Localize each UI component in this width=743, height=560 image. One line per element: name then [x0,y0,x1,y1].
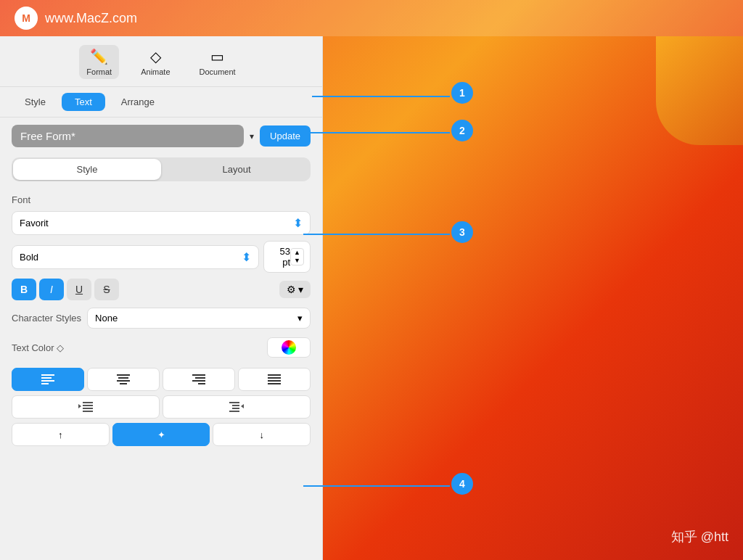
text-color-swatch[interactable] [267,337,311,358]
char-styles-chevron: ▾ [297,313,303,324]
annotation-line-3 [303,231,457,238]
animate-icon: ◇ [150,48,161,65]
align-left-icon [41,374,54,384]
valign-top-icon: ↑ [58,429,63,440]
svg-rect-14 [268,380,281,382]
alignment-row [12,368,311,391]
font-weight-select[interactable]: Bold ⬍ [12,245,259,269]
svg-rect-11 [198,383,205,384]
format-label: Format [86,67,112,76]
svg-rect-10 [192,380,205,382]
align-right-button[interactable] [163,368,235,391]
font-size-down[interactable]: ▼ [291,257,303,265]
svg-rect-22 [232,405,239,406]
align-center-button[interactable] [87,368,160,391]
svg-rect-19 [83,411,93,412]
svg-rect-15 [268,383,281,384]
deco-shape [656,36,743,145]
format-buttons: B I U S ⚙ ▾ [12,279,311,300]
watermark-bar: M www.MacZ.com [0,0,743,36]
indent-increase-icon [229,402,244,412]
toolbar: ✏️ Format ◇ Animate ▭ Document [0,36,322,87]
font-style-row: Bold ⬍ 53 pt ▲ ▼ [12,241,311,273]
font-size-stepper[interactable]: ▲ ▼ [290,248,304,265]
gear-chevron: ▾ [298,284,303,295]
align-left-button[interactable] [12,368,84,391]
char-style-row: Character Styles None ▾ [12,308,311,329]
valign-top-button[interactable]: ↑ [12,423,110,446]
svg-rect-6 [117,380,130,382]
toolbar-animate[interactable]: ◇ Animate [134,45,177,79]
tab-text[interactable]: Text [62,93,105,111]
align-right-icon [192,374,205,384]
font-family-select[interactable]: Favorit ⬍ [12,211,311,235]
svg-rect-5 [118,377,128,379]
svg-rect-23 [232,408,239,409]
annotation-line-4 [303,482,457,490]
panel: ✏️ Format ◇ Animate ▭ Document Style Tex… [0,36,323,560]
sub-tab-layout[interactable]: Layout [163,157,311,181]
style-name-row: Free Form* ▾ Update [0,118,322,155]
char-styles-label: Character Styles [12,313,81,324]
align-justify-icon [268,374,281,384]
style-name-text: Free Form* [20,130,75,142]
valign-middle-button[interactable]: ✦ [112,423,210,446]
text-color-row: Text Color ◇ [12,337,311,358]
svg-rect-2 [41,380,54,382]
valign-bottom-icon: ↓ [259,429,264,440]
svg-rect-7 [120,383,127,384]
toolbar-format[interactable]: ✏️ Format [79,45,119,79]
font-family-row: Favorit ⬍ [12,211,311,235]
align-justify-button[interactable] [238,368,311,391]
font-weight-value: Bold [20,252,38,263]
watermark-text: www.MacZ.com [45,11,137,26]
font-weight-spinner[interactable]: ⬍ [242,250,251,264]
format-icon: ✏️ [90,48,108,65]
char-styles-select[interactable]: None ▾ [87,308,311,329]
font-size-value: 53 pt [270,246,290,268]
svg-rect-12 [268,374,281,376]
bold-button[interactable]: B [12,279,36,300]
animate-label: Animate [141,67,170,76]
bottom-watermark: 知乎 @htt [671,528,728,545]
svg-rect-8 [192,374,205,376]
chevron-down-icon[interactable]: ▾ [250,131,254,141]
style-name-box[interactable]: Free Form* [12,125,244,147]
font-size-input[interactable]: 53 pt ▲ ▼ [263,241,311,273]
svg-rect-13 [268,377,281,379]
indent-increase-button[interactable] [163,395,311,419]
svg-rect-0 [41,374,54,376]
annotation-line-2 [303,129,457,136]
indent-row [12,395,311,419]
svg-rect-18 [83,408,93,409]
panel-content: Font Favorit ⬍ Bold ⬍ 53 pt ▲ ▼ [0,187,322,560]
toolbar-document[interactable]: ▭ Document [192,45,243,79]
font-section-label: Font [12,194,311,205]
annotation-line-1 [312,93,457,100]
svg-rect-1 [41,377,52,379]
indent-decrease-icon [78,402,93,412]
tab-arrange[interactable]: Arrange [108,93,168,111]
valign-bottom-button[interactable]: ↓ [213,423,311,446]
svg-marker-20 [78,404,81,408]
italic-button[interactable]: I [39,279,64,300]
char-styles-value: None [95,313,118,324]
svg-marker-25 [241,404,244,408]
svg-rect-16 [83,402,93,403]
gear-button[interactable]: ⚙ ▾ [279,281,311,298]
underline-button[interactable]: U [67,279,91,300]
indent-decrease-button[interactable] [12,395,160,419]
color-wheel-icon [282,340,296,355]
document-icon: ▭ [210,48,224,65]
font-size-up[interactable]: ▲ [291,249,303,257]
font-family-spinner[interactable]: ⬍ [293,216,303,230]
svg-rect-9 [195,377,205,379]
text-color-label: Text Color ◇ [12,342,64,353]
sub-tab-style[interactable]: Style [13,159,161,180]
svg-rect-17 [83,405,93,406]
valign-row: ↑ ✦ ↓ [12,423,311,446]
watermark-logo: M [15,7,38,30]
svg-rect-4 [117,374,130,376]
tab-style[interactable]: Style [12,93,59,111]
strikethrough-button[interactable]: S [94,279,119,300]
